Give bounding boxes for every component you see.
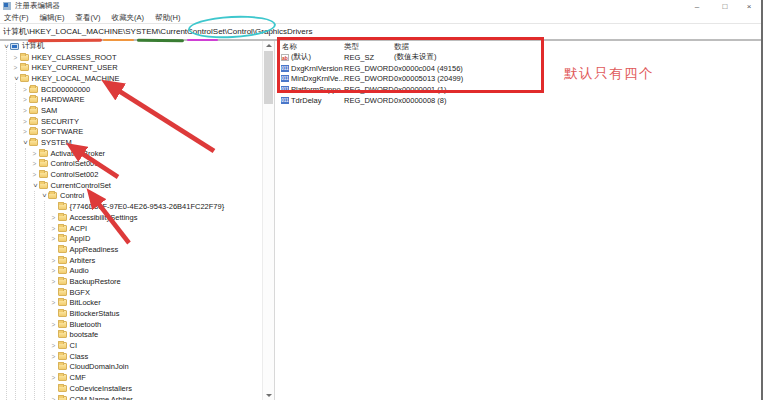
tree-item-backuprestore[interactable]: >BackupRestore [0,276,262,287]
tree-item-ci[interactable]: >CI [0,340,262,351]
tree-item-hkey-classes-root[interactable]: >HKEY_CLASSES_ROOT [0,52,262,63]
folder-icon [29,107,38,114]
tree-item-bitlocker[interactable]: >BitLocker [0,298,262,309]
chevron-down-icon[interactable]: > [3,42,10,50]
chevron-right-icon[interactable]: > [50,353,58,360]
address-bar[interactable]: 计算机\HKEY_LOCAL_MACHINE\SYSTEM\CurrentCon… [0,23,761,41]
tree-item-bcd00000000[interactable]: >BCD00000000 [0,84,262,95]
chevron-right-icon[interactable]: > [12,64,20,71]
tree-item-label: AccessibilitySettings [70,213,138,222]
column-header-data[interactable]: 数据 [394,42,761,52]
chevron-down-icon[interactable]: > [41,192,48,200]
minimize-button[interactable]: – [692,1,702,12]
chevron-right-icon[interactable]: > [50,321,58,328]
chevron-right-icon[interactable]: > [50,214,58,221]
scroll-down-icon[interactable] [263,391,274,400]
chevron-right-icon[interactable]: > [50,267,58,274]
tree-item-com-name-arbiter[interactable]: >COM Name Arbiter [0,394,262,400]
chevron-right-icon[interactable]: > [21,107,29,114]
tree-item-appid[interactable]: >AppID [0,233,262,244]
tree-item-sam[interactable]: >SAM [0,105,262,116]
folder-icon [29,128,38,135]
tree-item-software[interactable]: >SOFTWARE [0,127,262,138]
tree-item-label: ControlSet001 [51,159,99,168]
tree-item-controlset002[interactable]: >ControlSet002 [0,169,262,180]
column-header-type[interactable]: 类型 [344,42,394,52]
chevron-right-icon[interactable]: > [50,374,58,381]
tree-item-control[interactable]: >Control [0,191,262,202]
tree-item-label: HKEY_CURRENT_USER [32,63,118,72]
chevron-right-icon[interactable]: > [50,396,58,400]
scroll-up-icon[interactable] [263,41,274,50]
maximize-button[interactable]: □ [720,1,730,12]
tree-item-codeviceinstallers[interactable]: >CoDeviceInstallers [0,383,262,394]
value-row-tdrdelay[interactable]: 011TdrDelayREG_DWORD0x00000008 (8) [275,95,761,106]
chevron-right-icon[interactable]: > [12,54,20,61]
tree-item-activationbroker[interactable]: >ActivationBroker [0,148,262,159]
folder-icon [58,257,67,264]
chevron-right-icon[interactable]: > [50,257,58,264]
tree-item-label: HKEY_CLASSES_ROOT [32,53,117,62]
tree-item-system[interactable]: >SYSTEM [0,137,262,148]
tree-item-class[interactable]: >Class [0,351,262,362]
chevron-right-icon[interactable]: > [50,299,58,306]
tree-item-bgfx[interactable]: >BGFX [0,287,262,298]
chevron-right-icon[interactable]: > [50,278,58,285]
menu-item-0[interactable]: 文件(F) [4,13,29,23]
chevron-right-icon[interactable]: > [21,96,29,103]
value-row-platformsuppo[interactable]: 011PlatformSuppo...REG_DWORD0x00000001 (… [275,84,761,95]
close-button[interactable]: × [744,1,754,12]
value-row-dxgkrnlversion[interactable]: 011DxgKrnlVersionREG_DWORD0x0000c004 (49… [275,63,761,74]
chevron-down-icon[interactable]: > [12,74,19,82]
chevron-right-icon[interactable]: > [21,128,29,135]
chevron-down-icon[interactable]: > [31,181,38,189]
tree-item-label: Class [70,352,89,361]
menu-item-4[interactable]: 帮助(H) [155,13,180,23]
tree-item-controlset001[interactable]: >ControlSet001 [0,159,262,170]
chevron-right-icon[interactable]: > [31,160,39,167]
chevron-right-icon[interactable]: > [50,342,58,349]
tree-item-clouddomainjoin[interactable]: >CloudDomainJoin [0,362,262,373]
tree-scrollbar[interactable] [262,41,275,400]
tree-item-appreadiness[interactable]: >AppReadiness [0,244,262,255]
tree-item-hkey-current-user[interactable]: >HKEY_CURRENT_USER [0,62,262,73]
tree-item-bluetooth[interactable]: >Bluetooth [0,319,262,330]
value-name-cell: 011DxgKrnlVersion [275,64,344,73]
tree-item-accessibilitysettings[interactable]: >AccessibilitySettings [0,212,262,223]
chevron-right-icon[interactable]: > [50,225,58,232]
value-name-cell: 011TdrDelay [275,96,344,105]
tree-item-label: bootsafe [70,330,99,339]
string-value-icon: ab [281,54,289,61]
chevron-right-icon[interactable]: > [50,235,58,242]
tree-item-arbiters[interactable]: >Arbiters [0,255,262,266]
tree-item-hkey-local-machine[interactable]: >HKEY_LOCAL_MACHINE [0,73,262,84]
chevron-right-icon[interactable]: > [31,150,39,157]
tree-item-bitlockerstatus[interactable]: >BitlockerStatus [0,308,262,319]
folder-icon [39,171,48,178]
tree-item-label: BGFX [70,288,90,297]
value-row-item-0[interactable]: ab(默认)REG_SZ(数值未设置) [275,52,761,63]
tree-item-audio[interactable]: >Audio [0,265,262,276]
chevron-right-icon[interactable]: > [21,86,29,93]
scrollbar-thumb[interactable] [264,51,273,104]
column-header-name[interactable]: 名称 [275,42,344,52]
chevron-right-icon[interactable]: > [21,118,29,125]
tree-item-cmf[interactable]: >CMF [0,372,262,383]
menu-item-3[interactable]: 收藏夹(A) [112,13,145,23]
chevron-down-icon[interactable]: > [22,139,29,147]
tree-item-currentcontrolset[interactable]: >CurrentControlSet [0,180,262,191]
tree-item-security[interactable]: >SECURITY [0,116,262,127]
menu-item-2[interactable]: 查看(V) [76,13,101,23]
value-name: (默认) [291,52,311,62]
tree-item-label: BCD00000000 [41,85,90,94]
menu-item-1[interactable]: 编辑(E) [40,13,65,23]
value-row-mindxgkrnlve[interactable]: 011MinDxgKrnlVe...REG_DWORD0x00005013 (2… [275,73,761,84]
registry-tree: >计算机>HKEY_CLASSES_ROOT>HKEY_CURRENT_USER… [0,41,262,400]
tree-item-bootsafe[interactable]: >bootsafe [0,330,262,341]
tree-item-7746d80f-97e0-4e26-9543-26b41fc22f79[interactable]: >{7746D80F-97E0-4E26-9543-26B41FC22F79} [0,201,262,212]
tree-item-item-0[interactable]: >计算机 [0,41,262,52]
chevron-right-icon[interactable]: > [31,171,39,178]
tree-item-acpi[interactable]: >ACPI [0,223,262,234]
tree-item-hardware[interactable]: >HARDWARE [0,94,262,105]
address-path[interactable]: 计算机\HKEY_LOCAL_MACHINE\SYSTEM\CurrentCon… [3,26,312,37]
